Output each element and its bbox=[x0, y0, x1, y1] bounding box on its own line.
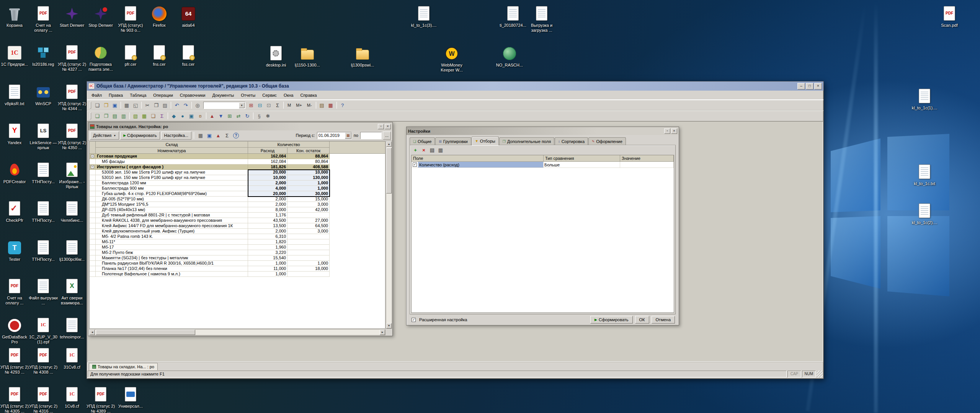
desktop-icon-cer[interactable]: fss.cer bbox=[174, 44, 203, 67]
desktop-icon-doc[interactable]: lj1300pcl6w... bbox=[57, 239, 87, 262]
menu-item-3[interactable]: Таблица bbox=[127, 92, 149, 99]
copy-icon[interactable]: ❐ bbox=[152, 101, 160, 109]
sales-documents-icon[interactable]: ❏ bbox=[93, 112, 101, 120]
cell-nomenclature[interactable]: Губка шлиф. 4-х стор. Р120 FLEXIFOAM(98*… bbox=[96, 191, 248, 197]
scrollbar-thumb[interactable] bbox=[386, 148, 392, 193]
goods-catalog-icon[interactable]: ◆ bbox=[170, 112, 178, 120]
cell-nomenclature[interactable]: Мб- 4/2 Patina romb 143 К. bbox=[96, 234, 248, 239]
desktop-icon-file1c[interactable]: 1С1Cv8.cf bbox=[57, 386, 87, 409]
bank-documents-icon[interactable]: ▦ bbox=[140, 112, 149, 120]
advanced-settings-checkbox[interactable]: ✓ bbox=[412, 318, 416, 322]
cell-balance[interactable]: 408,588 bbox=[287, 164, 330, 170]
cell-nomenclature[interactable]: ДР-025 (40x40x13 мм) bbox=[96, 207, 248, 213]
cell-nomenclature[interactable]: 53010 зел. 150 мм 15отв Р180 шлиф круг н… bbox=[96, 175, 248, 180]
menu-item-7[interactable]: Отчеты bbox=[238, 92, 258, 99]
desktop-icon-file1c[interactable]: 1С31Cv8.cf bbox=[57, 347, 87, 370]
menu-item-4[interactable]: Операции bbox=[150, 92, 176, 99]
memory-add-button[interactable]: М+ bbox=[294, 101, 304, 109]
desktop-icon-bluefile[interactable]: Универсал... bbox=[116, 386, 145, 409]
cell-balance[interactable]: 30,000 bbox=[287, 191, 330, 197]
filter-field-cell[interactable]: ✓ Количество (расход) bbox=[412, 162, 544, 167]
service-icon[interactable]: § bbox=[255, 112, 263, 120]
calculator-icon[interactable]: ▤ bbox=[318, 101, 326, 109]
desktop-icon-doc[interactable]: kl_to_1c(1).... bbox=[910, 88, 939, 111]
table-headers-icon[interactable]: ⊟ bbox=[256, 101, 264, 109]
tab-gruppirovki[interactable]: ⊞Группировки bbox=[435, 137, 471, 145]
cell-expense[interactable]: 1,176 bbox=[248, 213, 287, 218]
desktop-icon-pdf[interactable]: PDFСчет на оплату ... bbox=[0, 278, 29, 306]
cell-expense[interactable]: 10,000 bbox=[248, 175, 287, 180]
desktop-icon-app1c[interactable]: 1С1С Предпри... bbox=[0, 44, 29, 67]
desktop-icon-image[interactable]: Изображе... - Ярлык bbox=[57, 162, 87, 189]
cell-balance[interactable]: 10,000 bbox=[287, 170, 330, 175]
toolbar-grip[interactable] bbox=[90, 102, 91, 109]
chart-icon[interactable]: ▼ bbox=[217, 112, 225, 120]
cell-expense[interactable]: 20,000 bbox=[248, 170, 287, 175]
desktop-icon-flame[interactable]: PDFCreator bbox=[0, 162, 29, 184]
desktop-icon-aida[interactable]: 64aida64 bbox=[174, 5, 203, 28]
filter-field-value[interactable]: Количество (расход) bbox=[418, 162, 543, 167]
cell-nomenclature[interactable]: Инструменты ( отдел фасадов ) bbox=[96, 164, 248, 170]
menu-item-2[interactable]: Правка bbox=[106, 92, 126, 99]
cell-nomenclature[interactable]: 53008 зел. 150 мм 15отв Р120 шлиф круг н… bbox=[96, 170, 248, 175]
table-grid-icon[interactable]: ⊞ bbox=[247, 101, 255, 109]
cell-balance[interactable] bbox=[287, 245, 330, 250]
help-icon[interactable]: ? bbox=[233, 133, 239, 138]
minimize-button[interactable] bbox=[797, 83, 805, 89]
scroll-up-icon[interactable]: ▲ bbox=[386, 141, 392, 147]
cell-nomenclature[interactable]: ДК-005 (52*78*10 мм) bbox=[96, 197, 248, 202]
actions-button[interactable]: Действия ▼ bbox=[90, 132, 119, 140]
cell-nomenclature[interactable]: Готовая продукция bbox=[96, 154, 248, 159]
desktop-icon-tester[interactable]: TTester bbox=[0, 239, 29, 262]
header-comparison[interactable]: Тип сравнения bbox=[544, 155, 620, 162]
header-sklad[interactable]: Склад bbox=[96, 141, 248, 148]
cell-balance[interactable]: 88,864 bbox=[287, 154, 330, 159]
desktop-icon-denwerStop[interactable]: Stop Denwer bbox=[86, 5, 115, 28]
cell-expense[interactable]: 4,000 bbox=[248, 186, 287, 191]
cell-balance[interactable] bbox=[287, 234, 330, 239]
desktop-icon-winscp[interactable]: WinSCP bbox=[29, 84, 58, 106]
desktop-icon-pdf[interactable]: PDFУПД (статус 2) № 4316 ... bbox=[29, 386, 58, 413]
nomenclature-icon[interactable]: ▣ bbox=[187, 112, 196, 120]
documents-journal-icon[interactable]: ▥ bbox=[119, 112, 128, 120]
cell-balance[interactable]: 3,000 bbox=[287, 202, 330, 207]
exchange-icon[interactable]: ⇄ bbox=[234, 112, 243, 120]
menu-item-6[interactable]: Документы bbox=[209, 92, 237, 99]
cell-balance[interactable]: 27,000 bbox=[287, 218, 330, 223]
toolbar-grip[interactable] bbox=[90, 112, 91, 119]
cell-expense[interactable]: 181,826 bbox=[248, 164, 287, 170]
quick-select-combo[interactable]: ▼ bbox=[203, 102, 245, 109]
desktop-icon-pdf[interactable]: PDFУПД (статус 2) № 4389 ... bbox=[86, 386, 115, 413]
print-preview-icon[interactable]: ◱ bbox=[131, 101, 140, 109]
cell-balance[interactable]: 15,000 bbox=[287, 197, 330, 202]
desktop-icon-recycle[interactable]: Корзина bbox=[0, 5, 29, 28]
cell-nomenclature[interactable]: Панель радиусная ВЫПУКЛАЯ R 300/16, Х650… bbox=[96, 261, 248, 266]
filter-comparison-cell[interactable]: Больше bbox=[544, 162, 620, 167]
desktop-icon-doc[interactable]: ТТНПосту... bbox=[29, 162, 58, 184]
memory-subtract-button[interactable]: М- bbox=[305, 101, 314, 109]
find-icon[interactable]: ◎ bbox=[193, 101, 202, 109]
scroll-left-icon[interactable]: ◄ bbox=[90, 330, 95, 335]
desktop-icon-doc[interactable]: Челябинс... bbox=[57, 200, 87, 223]
cell-balance[interactable] bbox=[287, 255, 330, 261]
tab-obshchie[interactable]: ❏Общие bbox=[410, 137, 435, 145]
menu-item-10[interactable]: Справка bbox=[297, 92, 320, 99]
tab-oformlenie[interactable]: ✎Оформление bbox=[588, 137, 626, 145]
float-window-button[interactable] bbox=[378, 124, 384, 129]
cell-expense[interactable]: 43,500 bbox=[248, 218, 287, 223]
table-fix-icon[interactable]: ⊡ bbox=[265, 101, 273, 109]
chevron-down-icon[interactable]: ▼ bbox=[239, 102, 245, 108]
desktop-icon-doc[interactable]: ti_20180724... bbox=[498, 5, 528, 28]
desktop-icon-doc[interactable]: v8pksR.txt bbox=[0, 84, 29, 106]
main-title-bar[interactable]: 1С Общая база / Администратор / "Управле… bbox=[87, 81, 823, 91]
collapse-expander-icon[interactable]: − bbox=[91, 165, 94, 169]
update-icon[interactable]: ↻ bbox=[243, 112, 252, 120]
cell-expense[interactable]: 11,000 bbox=[248, 266, 287, 272]
filter-checkbox[interactable]: ✓ bbox=[413, 163, 417, 167]
desktop-icon-globe[interactable]: NO_RASCH... bbox=[495, 45, 524, 68]
desktop-icon-reg[interactable]: ls2018ti.reg bbox=[29, 44, 58, 67]
invoices-journal-icon[interactable]: ▤ bbox=[111, 112, 119, 120]
settings-title-bar[interactable]: Настройки bbox=[407, 127, 679, 135]
save-icon[interactable]: ▣ bbox=[111, 101, 119, 109]
desktop-icon-pdf[interactable]: PDFУПД (статус 2) № 4327 ... bbox=[57, 44, 87, 72]
